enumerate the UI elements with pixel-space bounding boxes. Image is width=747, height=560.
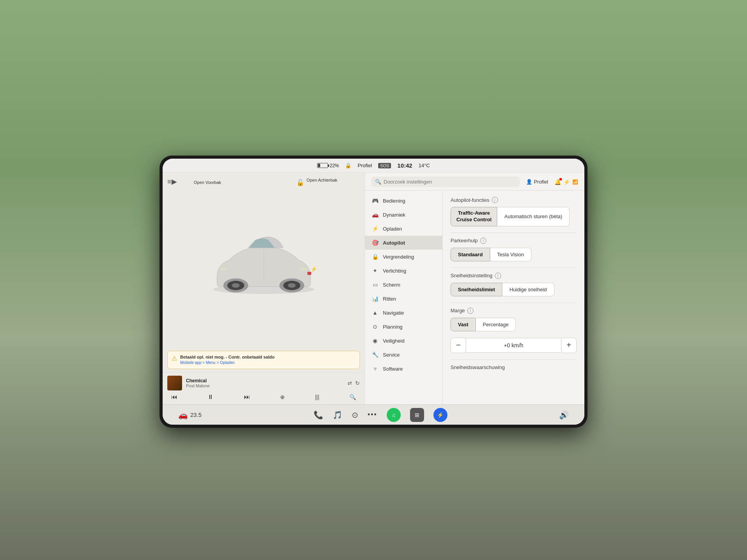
nav-label-service: Service xyxy=(383,352,400,358)
marge-label: Marge xyxy=(451,308,465,313)
traffic-aware-btn[interactable]: Traffic-AwareCruise Control xyxy=(451,207,497,226)
percentage-btn[interactable]: Percentage xyxy=(476,318,516,331)
auto-steer-btn[interactable]: Automatisch sturen (bèta) xyxy=(497,207,570,226)
speed-plus-btn[interactable]: + xyxy=(561,338,577,353)
nav-item-veiligheid[interactable]: ◉ Veiligheid xyxy=(365,334,442,348)
taskbar-left: 🚗 23.5 xyxy=(178,410,202,420)
nav-label-vergrendeling: Vergrendeling xyxy=(383,254,414,260)
music-title: Chemical xyxy=(186,378,344,383)
svg-rect-8 xyxy=(219,268,227,270)
nav-label-autopilot: Autopilot xyxy=(383,240,405,246)
nav-item-ritten[interactable]: 📊 Ritten xyxy=(365,292,442,306)
music-taskbar-icon[interactable]: 🎵 xyxy=(333,410,342,420)
music-details: Chemical Post Malone xyxy=(186,378,344,388)
settings-content: Autopilot-functies i Traffic-AwareCruise… xyxy=(443,191,584,404)
nav-item-opladen[interactable]: ⚡ Opladen xyxy=(365,222,442,236)
pause-button[interactable]: ⏸ xyxy=(205,393,216,401)
bluetooth-taskbar-icon[interactable]: ⚡ xyxy=(433,408,447,422)
shuffle-icon[interactable]: ⇄ xyxy=(347,380,352,386)
apps-icon[interactable]: ⊞ xyxy=(410,408,424,422)
equalizer-icon[interactable]: ||| xyxy=(313,393,322,401)
tesla-vision-btn[interactable]: Tesla Vision xyxy=(490,248,531,261)
warning-banner: ⚠ Betaald opl. niet mog. - Contr. onbeta… xyxy=(167,351,360,369)
marge-group: Vast Percentage xyxy=(451,318,577,331)
svg-text:⚡: ⚡ xyxy=(310,266,317,273)
nav-item-autopilot[interactable]: 🎯 Autopilot xyxy=(365,236,442,250)
camera-taskbar-icon[interactable]: ⊙ xyxy=(352,410,358,420)
autopilot-info-icon[interactable]: i xyxy=(492,197,498,203)
right-panel: 🔍 👤 Profiel 🔔 ⚡ 📶 xyxy=(365,173,584,404)
nav-label-veiligheid: Veiligheid xyxy=(383,338,405,344)
svg-point-7 xyxy=(288,283,296,288)
nav-item-scherm[interactable]: ▭ Scherm xyxy=(365,278,442,292)
next-button[interactable]: ⏭ xyxy=(242,393,253,401)
nav-item-service[interactable]: 🔧 Service xyxy=(365,348,442,362)
snelheidslimiet-btn[interactable]: Snelheidslimiet xyxy=(451,283,502,296)
snelheid-label: Snelheidsinstelling xyxy=(451,273,493,278)
section-parkeerhulp-title: Parkeerhulp i xyxy=(451,238,577,244)
search-input-wrap[interactable]: 🔍 xyxy=(371,177,520,187)
divider-3 xyxy=(451,303,577,303)
nav-menu-icon[interactable]: ≡▶ xyxy=(167,177,177,186)
taskbar-right: 🔊 xyxy=(559,410,569,420)
parkeerhulp-info-icon[interactable]: i xyxy=(480,238,486,244)
planning-icon: ⊙ xyxy=(371,324,379,330)
nav-item-navigatie[interactable]: ▲ Navigatie xyxy=(365,306,442,320)
add-button[interactable]: ⊕ xyxy=(278,393,287,401)
voorbak-label[interactable]: Open Voorbak xyxy=(194,180,221,185)
snelheids-group: Snelheidslimiet Huidige snelheid xyxy=(451,283,577,296)
battery-fill xyxy=(318,164,320,167)
warning-subtitle[interactable]: Mobiele app > Menu > Opladen xyxy=(180,360,275,366)
spotify-icon[interactable]: ♫ xyxy=(387,408,401,422)
phone-taskbar-icon[interactable]: 📞 xyxy=(314,410,323,420)
nav-item-planning[interactable]: ⊙ Planning xyxy=(365,320,442,334)
search-bar: 🔍 👤 Profiel 🔔 ⚡ 📶 xyxy=(365,173,584,191)
settings-body: 🎮 Bediening 🚗 Dynamiek ⚡ Opladen 🎯 xyxy=(365,191,584,404)
nav-item-verlichting[interactable]: ✦ Verlichting xyxy=(365,264,442,278)
sos-label: SOS xyxy=(378,163,391,168)
nav-item-bediening[interactable]: 🎮 Bediening xyxy=(365,194,442,208)
music-artist: Post Malone xyxy=(186,383,344,388)
status-bar: 22% 🔒 Profiel SOS 10:42 14°C xyxy=(163,159,584,173)
bluetooth-icon[interactable]: ⚡ xyxy=(563,179,570,185)
car-lock-icon: 🔓 xyxy=(296,179,304,186)
nav-item-software[interactable]: ▿ Software xyxy=(365,362,442,376)
svg-rect-10 xyxy=(307,272,311,275)
search-music-icon[interactable]: 🔍 xyxy=(347,393,358,401)
achterbak-label[interactable]: Open Achterbak xyxy=(307,177,337,183)
bell-icon[interactable]: 🔔 xyxy=(554,179,561,185)
prev-button[interactable]: ⏮ xyxy=(169,393,180,401)
nav-item-dynamiek[interactable]: 🚗 Dynamiek xyxy=(365,208,442,222)
speed-value-display: +0 km/h xyxy=(466,338,561,353)
profile-status-label[interactable]: Profiel xyxy=(358,163,372,168)
nav-item-vergrendeling[interactable]: 🔒 Vergrendeling xyxy=(365,250,442,264)
repeat-icon[interactable]: ↻ xyxy=(355,380,360,386)
volume-icon[interactable]: 🔊 xyxy=(559,410,569,420)
vast-btn[interactable]: Vast xyxy=(451,318,476,331)
profile-button[interactable]: 👤 Profiel xyxy=(523,177,551,186)
music-controls: ⏮ ⏸ ⏭ ⊕ ||| 🔍 xyxy=(167,393,360,401)
nav-label-bediening: Bediening xyxy=(383,198,405,204)
music-actions: ⇄ ↻ xyxy=(347,380,360,386)
nav-label-opladen: Opladen xyxy=(383,226,402,232)
section-autopilot-label: Autopilot-functies xyxy=(451,197,489,203)
clock: 10:42 xyxy=(397,162,412,169)
speed-control: − +0 km/h + xyxy=(451,338,577,353)
battery-indicator: 22% xyxy=(317,163,339,168)
marge-info-icon[interactable]: i xyxy=(467,308,473,314)
search-input[interactable] xyxy=(384,179,516,185)
svg-rect-9 xyxy=(300,268,308,270)
standaard-btn[interactable]: Standaard xyxy=(451,248,490,261)
car-icon[interactable]: 🚗 xyxy=(178,410,188,420)
snelheid-info-icon[interactable]: i xyxy=(495,273,501,279)
waarschuwing-label: Snelheidswaarschuwing xyxy=(451,364,505,370)
navigatie-icon: ▲ xyxy=(371,310,379,316)
section-marge-title: Marge i xyxy=(451,308,577,314)
huidige-snelheid-btn[interactable]: Huidige snelheid xyxy=(502,283,554,296)
main-area: Open Voorbak Open Achterbak 🔓 xyxy=(163,173,584,404)
music-player: Chemical Post Malone ⇄ ↻ ⏮ ⏸ ⏭ ⊕ ||| xyxy=(163,372,365,404)
lock-icon: 🔒 xyxy=(345,163,351,168)
dots-taskbar[interactable]: ••• xyxy=(368,411,377,419)
profile-label: Profiel xyxy=(534,179,548,185)
speed-minus-btn[interactable]: − xyxy=(451,338,466,353)
